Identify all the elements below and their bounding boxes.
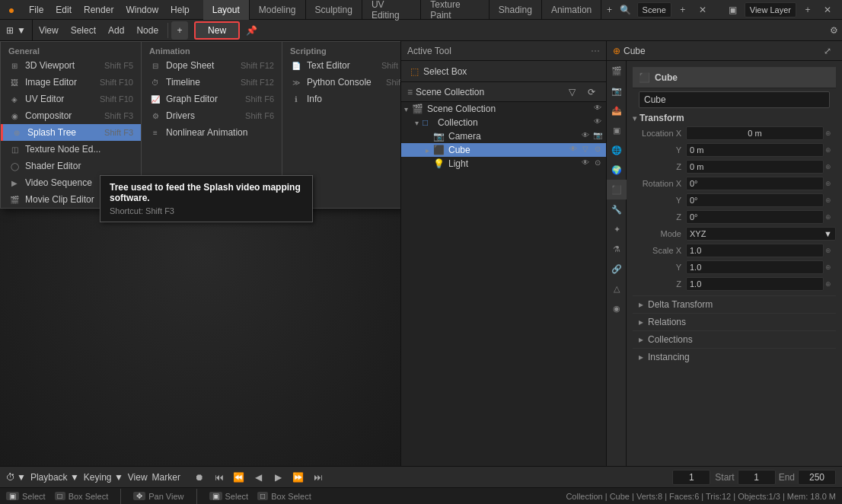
new-button[interactable]: New xyxy=(194,21,240,40)
dropdown-item-drivers[interactable]: ⚙ Drivers Shift F6 xyxy=(142,107,282,124)
tab-texture-paint[interactable]: Texture Paint xyxy=(421,0,490,20)
menu-edit[interactable]: Edit xyxy=(49,0,78,20)
dropdown-item-image-editor[interactable]: 🖼 Image Editor Shift F10 xyxy=(1,74,141,91)
cube-vis-icon[interactable]: 👁 xyxy=(568,145,579,155)
camera-vis-icon[interactable]: 👁 xyxy=(580,131,591,142)
props-tab-constraints[interactable]: 🔗 xyxy=(607,259,627,279)
cube-render-icon[interactable]: ⊙ xyxy=(592,145,603,155)
dropdown-item-text-editor[interactable]: 📄 Text Editor Shift F11 xyxy=(282,57,400,74)
props-tab-scene2[interactable]: 🌐 xyxy=(607,140,627,160)
timeline-keying[interactable]: Keying ▼ xyxy=(84,472,123,483)
props-expand-icon[interactable]: ⤢ xyxy=(819,43,836,59)
play-reverse-button[interactable]: ◀ xyxy=(250,469,267,486)
jump-end-button[interactable]: ⏭ xyxy=(310,469,327,486)
scene-add-icon[interactable]: + xyxy=(675,2,691,18)
current-frame-field[interactable]: 1 xyxy=(672,470,710,485)
tab-shading[interactable]: Shading xyxy=(490,0,542,20)
dropdown-item-python-console[interactable]: ≫ Python Console Shift F4 xyxy=(282,74,400,91)
instancing-section[interactable]: ▸ Instancing xyxy=(633,348,836,365)
jump-start-button[interactable]: ⏮ xyxy=(211,469,228,486)
scale-y-field[interactable]: 1.0 xyxy=(686,260,824,274)
location-y-copy-icon[interactable]: ⊕ xyxy=(825,146,836,154)
tab-sculpting[interactable]: Sculpting xyxy=(306,0,362,20)
select-box-row[interactable]: ⬚ Select Box xyxy=(401,61,606,82)
start-frame-field[interactable]: 1 xyxy=(738,470,776,485)
dropdown-item-texture-node[interactable]: ◫ Texture Node Ed... xyxy=(1,141,141,158)
props-tab-render[interactable]: 📷 xyxy=(607,81,627,100)
tab-modeling[interactable]: Modeling xyxy=(250,0,306,20)
menu-help[interactable]: Help xyxy=(164,0,196,20)
location-x-copy-icon[interactable]: ⊕ xyxy=(825,129,836,137)
outliner-sync-icon[interactable]: ⟳ xyxy=(583,84,600,100)
rotation-z-field[interactable]: 0° xyxy=(686,210,824,224)
scene-remove-icon[interactable]: ✕ xyxy=(694,2,711,18)
location-y-field[interactable]: 0 m xyxy=(686,143,824,157)
rotation-z-copy-icon[interactable]: ⊕ xyxy=(825,213,836,221)
vl-add-icon[interactable]: + xyxy=(799,2,816,18)
tree-item-cube[interactable]: ▸ ⬛ Cube 👁 ▽ ⊙ xyxy=(401,143,606,157)
end-frame-field[interactable]: 250 xyxy=(798,470,836,485)
scene-selector[interactable]: Scene xyxy=(637,2,671,18)
timeline-view[interactable]: View xyxy=(128,472,148,483)
dropdown-item-nonlinear[interactable]: ≡ Nonlinear Animation xyxy=(142,124,282,141)
location-x-field[interactable]: 0 m xyxy=(686,126,824,140)
step-forward-button[interactable]: ⏩ xyxy=(290,469,307,486)
scale-x-field[interactable]: 1.0 xyxy=(686,244,824,257)
props-tab-physics[interactable]: ⚗ xyxy=(607,239,627,259)
outliner-filter-icon[interactable]: ▽ xyxy=(563,84,580,100)
props-tab-object[interactable]: ⬛ xyxy=(607,180,627,199)
camera-render-icon[interactable]: 📷 xyxy=(592,131,603,142)
tree-item-collection[interactable]: ▾ □ Collection 👁 xyxy=(401,116,606,129)
light-vis-icon[interactable]: 👁 xyxy=(580,158,591,169)
dropdown-item-timeline[interactable]: ⏱ Timeline Shift F12 xyxy=(142,74,282,91)
dropdown-item-graph-editor[interactable]: 📈 Graph Editor Shift F6 xyxy=(142,91,282,107)
location-z-copy-icon[interactable]: ⊕ xyxy=(825,163,836,171)
search-icon[interactable]: 🔍 xyxy=(617,2,634,18)
view-layer-selector[interactable]: View Layer xyxy=(745,2,796,18)
dropdown-item-3d-viewport[interactable]: ⊞ 3D Viewport Shift F5 xyxy=(1,57,141,74)
rotation-y-field[interactable]: 0° xyxy=(686,193,824,207)
dropdown-item-compositor[interactable]: ◉ Compositor Shift F3 xyxy=(1,107,141,124)
props-tab-modifiers[interactable]: 🔧 xyxy=(607,199,627,219)
object-name-field[interactable]: Cube xyxy=(639,91,830,108)
timeline-marker[interactable]: Marker xyxy=(152,472,180,483)
mode-field[interactable]: XYZ ▼ xyxy=(686,227,836,241)
collection-visibility-icon[interactable]: 👁 xyxy=(592,117,603,128)
blender-logo-icon[interactable]: ● xyxy=(0,0,23,20)
menu-window[interactable]: Window xyxy=(120,0,164,20)
transform-header[interactable]: ▾ Transform xyxy=(633,111,836,125)
dropdown-item-info[interactable]: ℹ Info xyxy=(282,91,400,107)
props-tab-material[interactable]: ◉ xyxy=(607,298,627,318)
props-tab-data[interactable]: △ xyxy=(607,279,627,298)
visibility-icon[interactable]: 👁 xyxy=(592,104,603,114)
tree-item-camera[interactable]: 📷 Camera 👁 📷 xyxy=(401,129,606,143)
props-tab-view-layer[interactable]: ▣ xyxy=(607,120,627,140)
tab-animation[interactable]: Animation xyxy=(542,0,601,20)
light-render-icon[interactable]: ⊙ xyxy=(592,158,603,169)
menu-file[interactable]: File xyxy=(23,0,49,20)
rotation-y-copy-icon[interactable]: ⊕ xyxy=(825,196,836,204)
relations-section[interactable]: ▸ Relations xyxy=(633,313,836,330)
collections-section[interactable]: ▸ Collections xyxy=(633,330,836,348)
add-workspace-icon-btn[interactable]: + xyxy=(171,21,188,40)
props-tab-scene[interactable]: 🎬 xyxy=(607,61,627,81)
tab-uv-editing[interactable]: UV Editing xyxy=(362,0,421,20)
dropdown-item-shader-editor[interactable]: ◯ Shader Editor xyxy=(1,158,141,174)
tree-item-light[interactable]: 💡 Light 👁 ⊙ xyxy=(401,157,606,171)
record-button[interactable]: ⏺ xyxy=(191,469,208,486)
play-button[interactable]: ▶ xyxy=(270,469,287,486)
scale-z-copy-icon[interactable]: ⊕ xyxy=(825,280,836,288)
step-back-button[interactable]: ⏪ xyxy=(231,469,247,486)
rotation-x-copy-icon[interactable]: ⊕ xyxy=(825,180,836,187)
dropdown-item-splash-tree[interactable]: ⊛ Splash Tree Shift F3 xyxy=(1,124,141,141)
delta-transform-section[interactable]: ▸ Delta Transform xyxy=(633,295,836,313)
tree-item-scene-collection[interactable]: ▾ 🎬 Scene Collection 👁 xyxy=(401,102,606,116)
timeline-editor-type[interactable]: ⏱ ▼ xyxy=(6,472,26,483)
tab-layout[interactable]: Layout xyxy=(203,0,250,20)
scale-x-copy-icon[interactable]: ⊕ xyxy=(825,247,836,254)
props-tab-world[interactable]: 🌍 xyxy=(607,160,627,180)
editor-type-button[interactable]: ⊞ ▼ xyxy=(0,20,33,41)
hbar-select[interactable]: Select xyxy=(65,20,102,41)
dropdown-item-dope-sheet[interactable]: ⊟ Dope Sheet Shift F12 xyxy=(142,57,282,74)
hbar-view[interactable]: View xyxy=(33,20,65,41)
